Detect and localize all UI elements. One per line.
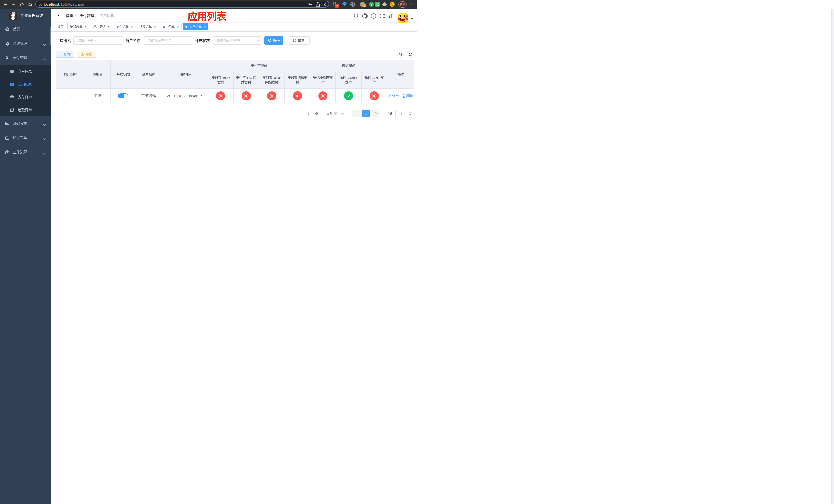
- svg-text:?: ?: [373, 14, 375, 18]
- svg-text:1: 1: [364, 4, 365, 7]
- svg-text:10: 10: [336, 5, 338, 7]
